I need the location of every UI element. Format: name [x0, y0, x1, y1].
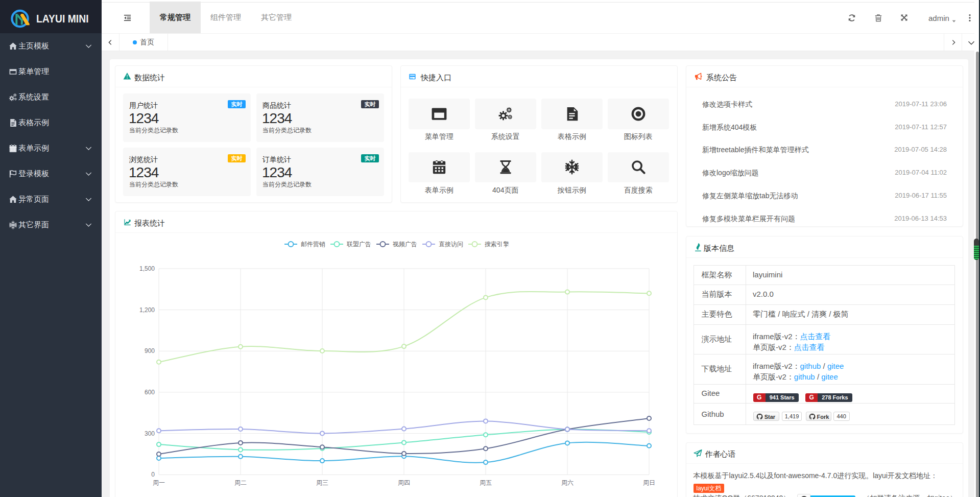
svg-text:1,200: 1,200	[139, 306, 155, 314]
svg-text:900: 900	[145, 347, 155, 354]
svg-text:视频广告: 视频广告	[392, 241, 417, 248]
svg-text:周四: 周四	[398, 479, 410, 486]
svg-text:周一: 周一	[153, 479, 165, 486]
svg-text:1,500: 1,500	[139, 265, 155, 272]
svg-text:周六: 周六	[561, 479, 573, 486]
svg-text:周五: 周五	[480, 479, 492, 486]
svg-text:600: 600	[145, 389, 155, 396]
svg-text:联盟广告: 联盟广告	[346, 241, 371, 248]
svg-text:0: 0	[151, 471, 155, 478]
svg-text:直接访问: 直接访问	[439, 241, 463, 248]
svg-text:周三: 周三	[316, 479, 328, 486]
svg-text:搜索引擎: 搜索引擎	[485, 241, 509, 248]
svg-text:300: 300	[145, 430, 155, 437]
svg-text:周二: 周二	[234, 479, 247, 486]
svg-text:邮件营销: 邮件营销	[301, 241, 325, 248]
svg-text:周日: 周日	[643, 479, 655, 486]
